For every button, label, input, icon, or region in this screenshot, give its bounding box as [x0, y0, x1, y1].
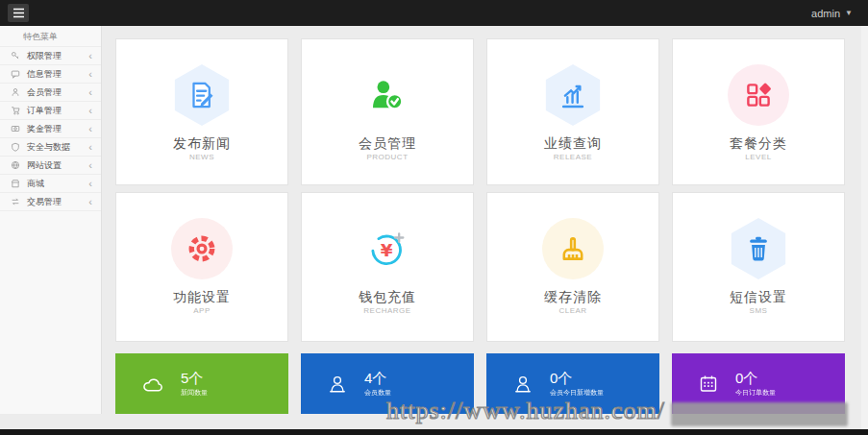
hamburger-icon — [12, 8, 25, 18]
exchange-icon — [11, 197, 20, 206]
card-member-management[interactable]: 会员管理 PRODUCT — [301, 38, 474, 185]
card-package-categories[interactable]: 套餐分类 LEVEL — [672, 38, 845, 185]
collapse-chevron-icon: ‹ — [88, 87, 92, 97]
stat-label: 会员今日新增数量 — [550, 388, 604, 398]
stat-members-new-today[interactable]: 0个 会员今日新增数量 — [486, 353, 659, 414]
shop-icon — [11, 179, 20, 188]
sidebar-item-security-data[interactable]: 安全与数据 ‹ — [0, 138, 101, 157]
card-sms-settings[interactable]: 短信设置 SMS — [672, 192, 845, 342]
collapse-chevron-icon: ‹ — [88, 51, 92, 60]
stat-member-count[interactable]: 4个 会员数量 — [301, 353, 474, 414]
stat-value: 4个 — [364, 370, 386, 386]
card-wallet-recharge[interactable]: ¥ 钱包充值 RECHARGE — [301, 192, 474, 342]
svg-text:¥: ¥ — [381, 240, 393, 260]
broom-icon — [542, 218, 604, 279]
user-name: admin — [811, 8, 840, 19]
trash-icon — [728, 218, 789, 279]
collapse-chevron-icon: ‹ — [88, 69, 92, 79]
stat-value: 0个 — [735, 370, 757, 386]
card-performance-query[interactable]: 业绩查询 RELEASE — [486, 38, 659, 185]
stat-label: 新闻数量 — [181, 388, 208, 398]
stat-label: 会员数量 — [364, 388, 391, 398]
category-icon — [728, 64, 789, 126]
card-publish-news[interactable]: 发布新闻 NEWS — [115, 38, 288, 185]
gear-icon — [171, 218, 233, 279]
user-icon — [326, 373, 349, 396]
key-icon — [11, 51, 20, 60]
watermark-redaction-blur — [671, 402, 848, 426]
sidebar-header: 特色菜单 — [0, 26, 101, 47]
sidebar-item-members[interactable]: 会员管理 ‹ — [0, 84, 101, 102]
collapse-chevron-icon: ‹ — [88, 142, 92, 152]
calendar-icon — [697, 373, 720, 396]
card-cache-clear[interactable]: 缓存清除 CLEAR — [486, 192, 659, 342]
globe-icon — [11, 160, 20, 170]
stat-value: 5个 — [181, 370, 203, 386]
bar-chart-icon — [542, 64, 604, 126]
topbar: admin ▼ — [0, 0, 868, 26]
collapse-chevron-icon: ‹ — [88, 179, 92, 188]
sidebar: 特色菜单 权限管理 ‹ 信息管理 ‹ 会员管理 ‹ 订单管理 ‹ 奖金管理 ‹ … — [0, 26, 102, 414]
document-edit-icon — [171, 64, 233, 126]
collapse-chevron-icon: ‹ — [88, 106, 92, 115]
money-icon — [11, 124, 20, 133]
message-icon — [11, 69, 20, 79]
stat-label: 今日订单数量 — [735, 388, 776, 398]
sidebar-item-site-settings[interactable]: 网站设置 ‹ — [0, 157, 101, 175]
cloud-icon — [140, 374, 165, 395]
cart-icon — [11, 106, 20, 115]
sidebar-item-information[interactable]: 信息管理 ‹ — [0, 65, 101, 84]
scrollbar-track[interactable] — [861, 26, 868, 429]
stat-news-count[interactable]: 5个 新闻数量 — [115, 353, 288, 414]
sidebar-item-orders[interactable]: 订单管理 ‹ — [0, 102, 101, 120]
hamburger-menu-button[interactable] — [8, 4, 29, 22]
card-feature-settings[interactable]: 功能设置 APP — [115, 192, 288, 342]
collapse-chevron-icon: ‹ — [88, 124, 92, 133]
collapse-chevron-icon: ‹ — [88, 197, 92, 206]
user-check-icon — [357, 64, 418, 126]
chevron-down-icon: ▼ — [845, 9, 853, 17]
collapse-chevron-icon: ‹ — [88, 160, 92, 170]
sidebar-item-permissions[interactable]: 权限管理 ‹ — [0, 47, 101, 65]
bottom-edge-strip — [0, 429, 868, 435]
stat-value: 0个 — [550, 370, 572, 386]
yen-recharge-icon: ¥ — [357, 218, 418, 279]
user-icon — [511, 373, 534, 396]
sidebar-item-mall[interactable]: 商城 ‹ — [0, 175, 101, 193]
user-icon — [11, 87, 20, 97]
sidebar-item-transactions[interactable]: 交易管理 ‹ — [0, 193, 101, 211]
shield-icon — [11, 142, 20, 152]
user-dropdown[interactable]: admin ▼ — [811, 0, 853, 26]
sidebar-item-bonus[interactable]: 奖金管理 ‹ — [0, 120, 101, 138]
